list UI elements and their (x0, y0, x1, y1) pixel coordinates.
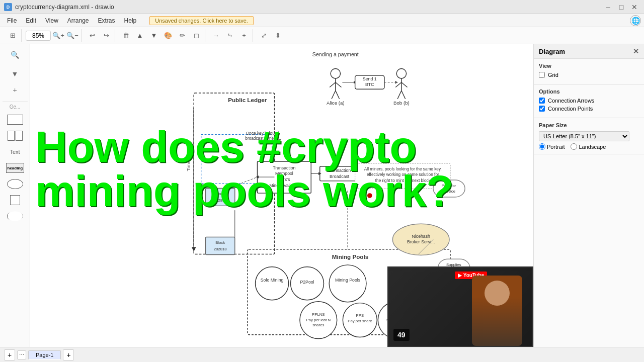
text-thumb[interactable]: Text (5, 145, 25, 159)
svg-text:282819: 282819 (214, 198, 227, 203)
fit-page-button[interactable]: ⤢ (257, 29, 270, 42)
language-button[interactable]: 🌐 (630, 15, 641, 26)
menu-edit[interactable]: Edit (22, 16, 40, 25)
svg-text:Mining Pools: Mining Pools (335, 278, 361, 283)
maximize-button[interactable]: □ (616, 3, 627, 12)
square-thumb[interactable] (5, 193, 25, 207)
canvas-area[interactable]: Sending a payment Alice (a) Send 1 BTC (30, 44, 533, 347)
bottombar: + ⋯ Page-1 + (0, 347, 644, 362)
connection-arrows-label: Connection Arrows (548, 98, 594, 104)
shadow-button[interactable]: ◻ (190, 29, 203, 42)
portrait-label: Portrait (547, 144, 565, 150)
new-page-button[interactable]: + (63, 349, 74, 360)
line-color-button[interactable]: ✏ (176, 29, 189, 42)
connection-points-row: Connection Points (539, 106, 639, 112)
menu-arrange[interactable]: Arrange (63, 16, 93, 25)
grid-row: Grid (539, 72, 639, 78)
format-button[interactable]: ⇕ (271, 29, 284, 42)
svg-point-48 (329, 265, 366, 302)
heading-thumb[interactable]: heading (5, 161, 25, 175)
menu-extras[interactable]: Extras (94, 16, 119, 25)
left-sidebar: 🔍 ▼ + Ge... Text heading (0, 44, 30, 347)
connection-arrows-row: Connection Arrows (539, 98, 639, 104)
svg-text:broadcast to netw...: broadcast to netw... (245, 136, 281, 141)
video-person-head (485, 281, 510, 306)
portrait-radio[interactable] (539, 143, 545, 150)
svg-text:PPS: PPS (356, 313, 364, 318)
paper-size-section: Paper Size US-Letter (8.5" x 11") Portra… (534, 118, 644, 154)
paper-size-select[interactable]: US-Letter (8.5" x 11") (539, 131, 629, 141)
sending-payment-title: Sending a payment (312, 51, 359, 57)
delete-button[interactable]: 🗑 (119, 29, 132, 42)
fill-color-button[interactable]: 🎨 (162, 29, 175, 42)
to-front-button[interactable]: ▲ (133, 29, 146, 42)
redo-button[interactable]: ↪ (100, 29, 113, 42)
search-icon[interactable]: 🔍 (5, 47, 25, 62)
view-toggle-button[interactable]: ⊞ (6, 29, 19, 42)
svg-text:PPLNS: PPLNS (312, 312, 325, 317)
svg-text:Miners Validate: Miners Validate (269, 183, 299, 188)
canvas[interactable]: Sending a payment Alice (a) Send 1 BTC (30, 44, 533, 347)
svg-text:shares: shares (312, 323, 324, 327)
video-content: ▶ YouTube 49 (388, 267, 532, 346)
portrait-option[interactable]: Portrait (539, 143, 565, 150)
ellipse-thumb[interactable] (5, 177, 25, 191)
shape-rect-thumb[interactable] (5, 113, 25, 127)
svg-text:Block: Block (215, 240, 225, 245)
menu-view[interactable]: View (41, 16, 62, 25)
svg-text:n Tx's: n Tx's (278, 177, 290, 182)
page-more-button[interactable]: ⋯ (17, 350, 26, 359)
page-1-tab[interactable]: Page-1 (28, 350, 61, 359)
right-sidebar: Diagram ✕ View Grid Options Connection A… (533, 44, 644, 347)
panel-close-icon[interactable]: ✕ (633, 47, 639, 55)
svg-text:Solo Mining: Solo Mining (261, 278, 284, 283)
close-button[interactable]: ✕ (629, 3, 640, 12)
menu-file[interactable]: File (3, 16, 21, 25)
svg-text:Transaction: Transaction (273, 165, 295, 170)
waypoint-button[interactable]: ⤷ (223, 29, 236, 42)
svg-line-15 (397, 90, 401, 99)
connection-style-button[interactable]: → (209, 29, 222, 42)
options-label: Options (539, 88, 639, 95)
add-shape-button[interactable]: + (237, 29, 251, 42)
svg-text:Once key is found,: Once key is found, (246, 131, 280, 136)
landscape-option[interactable]: Landscape (571, 143, 606, 150)
landscape-radio[interactable] (571, 143, 577, 150)
svg-line-3 (336, 82, 342, 87)
menu-help[interactable]: Help (120, 16, 141, 25)
svg-line-2 (330, 82, 336, 87)
zoom-in-button[interactable]: 🔍+ (52, 29, 65, 42)
video-count-badge: 49 (393, 329, 410, 341)
sidebar-add-icon[interactable]: + (5, 82, 25, 98)
svg-text:Send 1: Send 1 (363, 76, 377, 81)
connection-points-checkbox[interactable] (539, 106, 545, 112)
undo-button[interactable]: ↩ (86, 29, 99, 42)
svg-text:the right to mint the next blo: the right to mint the next block (375, 178, 431, 183)
unsaved-banner[interactable]: Unsaved changes. Click here to save. (149, 16, 254, 25)
svg-rect-19 (206, 188, 235, 206)
grid-checkbox[interactable] (539, 72, 545, 78)
sidebar-expand-icon[interactable]: ▼ (5, 66, 25, 81)
svg-point-39 (367, 193, 372, 198)
minimize-button[interactable]: – (603, 3, 614, 12)
menubar: File Edit View Arrange Extras Help Unsav… (0, 14, 644, 27)
svg-point-44 (256, 267, 289, 300)
svg-line-5 (336, 90, 340, 99)
to-back-button[interactable]: ▼ (147, 29, 160, 42)
shape-small-rect-thumb[interactable] (5, 129, 25, 143)
main-layout: 🔍 ▼ + Ge... Text heading (0, 44, 644, 347)
connection-arrows-checkbox[interactable] (539, 98, 545, 104)
svg-line-14 (401, 82, 408, 87)
connection-group: → ⤷ + (207, 29, 253, 42)
svg-point-0 (331, 69, 340, 78)
svg-text:Broadcast: Broadcast (330, 174, 350, 179)
zoom-out-button[interactable]: 🔍− (66, 29, 79, 42)
paper-size-label: Paper Size (539, 122, 639, 128)
history-group: ↩ ↪ (84, 29, 115, 42)
zoom-display[interactable]: 85% (26, 31, 51, 41)
svg-text:P2Pool: P2Pool (300, 280, 314, 285)
add-page-button[interactable]: + (4, 349, 15, 360)
edit-group: 🗑 ▲ ▼ 🎨 ✏ ◻ (117, 29, 205, 42)
video-overlay: ▶ YouTube 49 (387, 266, 533, 347)
partial-ellipse-thumb[interactable] (5, 209, 25, 223)
